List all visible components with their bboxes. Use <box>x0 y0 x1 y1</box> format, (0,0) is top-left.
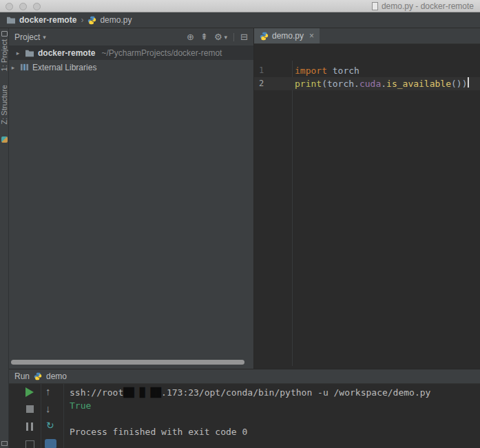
horizontal-scrollbar[interactable] <box>11 360 244 365</box>
project-view-caret-icon[interactable]: ▾ <box>43 34 46 41</box>
editor-tab-bar: demo.py × <box>254 28 480 44</box>
console-line-result: True <box>70 399 480 412</box>
macos-titlebar: demo.py - docker-remote <box>0 0 480 12</box>
close-tab-icon[interactable]: × <box>309 31 314 41</box>
tool-window-icon <box>1 31 8 37</box>
stop-button[interactable] <box>26 405 34 413</box>
code-line-2[interactable]: 2 print(torch.cuda.is_available()) <box>254 77 480 90</box>
breadcrumb-separator-icon: › <box>80 15 84 25</box>
gutter-separator <box>292 61 293 366</box>
folder-icon <box>25 49 34 57</box>
breadcrumb-file[interactable]: demo.py <box>87 15 132 25</box>
run-configuration-name[interactable]: demo <box>46 371 67 381</box>
line-number: 2 <box>254 77 293 90</box>
gear-icon[interactable]: ⚙ <box>214 32 222 42</box>
window-title: demo.py - docker-remote <box>372 1 474 11</box>
tab-demo-py[interactable]: demo.py × <box>254 28 320 43</box>
console-line-blank <box>70 412 480 425</box>
python-run-icon <box>34 372 42 380</box>
code-line-1[interactable]: 1 import torch <box>254 64 480 77</box>
breadcrumb-project[interactable]: docker-remote <box>6 15 76 25</box>
selected-console-tool-icon[interactable] <box>45 439 56 448</box>
code-text: import torch <box>293 64 359 77</box>
editor-code-area[interactable]: 1 import torch 2 print(torch.cuda.is_ava… <box>254 44 480 90</box>
zoom-window-button[interactable] <box>33 3 41 10</box>
console-output: ssh://root██ █ ██.173:23/opt/conda/bin/p… <box>70 386 480 438</box>
window-title-text: demo.py - docker-remote <box>382 1 474 11</box>
pycharm-window: demo.py - docker-remote docker-remote › … <box>0 0 480 448</box>
project-root-path: ~/PycharmProjects/docker-remot <box>101 48 222 58</box>
project-root-name: docker-remote <box>38 48 95 58</box>
run-panel-title: Run <box>14 371 30 381</box>
code-text: print(torch.cuda.is_available()) <box>293 77 467 90</box>
project-panel: Project ▾ ⊕ ⇞ ⚙ ▾ ⊟ ▸ docker-remote ~/Py… <box>9 28 253 369</box>
text-caret <box>468 77 469 88</box>
tool-button-project[interactable]: 1: Project <box>0 39 9 71</box>
gear-caret-icon[interactable]: ▾ <box>225 34 228 41</box>
chevron-right-icon[interactable]: ▸ <box>10 64 17 71</box>
toolbar-divider <box>233 33 234 41</box>
close-window-button[interactable] <box>6 3 13 10</box>
minimize-window-button[interactable] <box>19 3 27 10</box>
scroll-to-end-button[interactable]: ↻ <box>46 420 54 430</box>
python-file-icon <box>260 32 269 41</box>
console-line-command: ssh://root██ █ ██.173:23/opt/conda/bin/p… <box>70 386 480 399</box>
external-libraries-label: External Libraries <box>32 63 96 72</box>
restore-layout-icon[interactable] <box>25 440 34 448</box>
run-console: ↑ ↓ ↻ ssh://root██ █ ██.173:23/opt/conda… <box>9 384 480 448</box>
hide-panel-icon[interactable]: ⊟ <box>240 32 248 42</box>
tree-row-external-libraries[interactable]: ▸ External Libraries <box>9 60 253 74</box>
tool-window-stripe: 1: Project Z: Structure <box>0 28 9 448</box>
project-panel-header: Project ▾ ⊕ ⇞ ⚙ ▾ ⊟ <box>9 28 253 45</box>
rerun-button[interactable] <box>25 387 34 397</box>
pause-output-button[interactable] <box>26 422 33 431</box>
collapse-all-icon[interactable]: ⇞ <box>200 32 208 42</box>
line-number: 1 <box>254 64 293 77</box>
toggle-toolwindows-icon[interactable] <box>1 441 8 446</box>
project-view-title[interactable]: Project <box>14 32 40 42</box>
chevron-right-icon[interactable]: ▸ <box>14 50 21 57</box>
editor-area[interactable]: demo.py × 1 import torch 2 print(torch.c… <box>253 28 480 369</box>
locate-file-icon[interactable]: ⊕ <box>187 32 194 42</box>
run-panel-header: Run demo <box>9 369 480 384</box>
up-stack-trace-button[interactable]: ↑ <box>45 386 51 396</box>
python-file-icon <box>87 16 96 25</box>
breadcrumb-file-label: demo.py <box>100 15 132 25</box>
toolbar-divider <box>41 384 41 448</box>
toolbar-divider <box>63 384 64 448</box>
document-icon <box>372 2 378 10</box>
breadcrumb-project-label: docker-remote <box>19 15 76 25</box>
structure-icon <box>1 136 8 143</box>
console-line-exit: Process finished with exit code 0 <box>70 425 480 438</box>
folder-icon <box>6 16 16 24</box>
tree-row-project-root[interactable]: ▸ docker-remote ~/PycharmProjects/docker… <box>9 45 253 60</box>
libraries-icon <box>20 63 29 72</box>
tool-button-structure[interactable]: Z: Structure <box>0 85 9 124</box>
navigation-bar: docker-remote › demo.py <box>0 12 480 28</box>
tab-label: demo.py <box>272 31 304 41</box>
down-stack-trace-button[interactable]: ↓ <box>45 403 51 414</box>
